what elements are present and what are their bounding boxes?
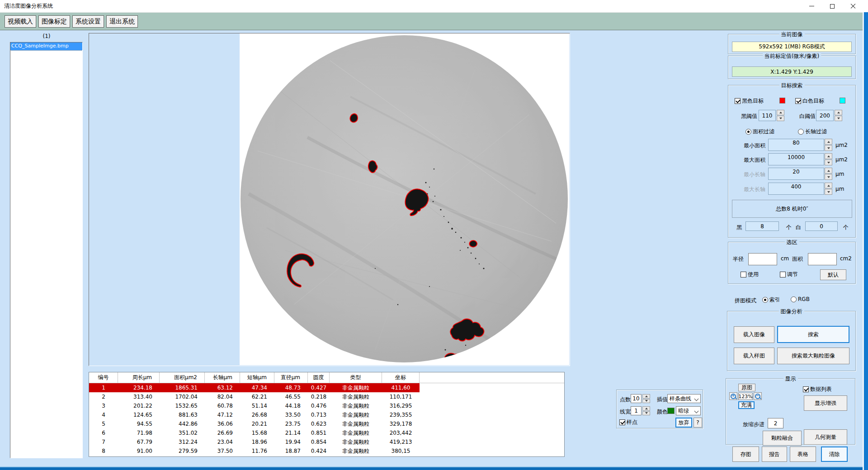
max-area-input[interactable]: 10000 [768,153,824,165]
mosaic-index-radio[interactable]: 索引 [762,296,780,304]
table-cell: 91.00 [118,446,160,456]
table-cell: 18.87 [274,446,308,456]
calibration-value-field: X:1.429 Y:1.429 [732,66,852,77]
min-axis-input[interactable]: 20 [768,168,824,180]
table-row[interactable]: 4124.65881.6347.1226.6833.500.713非金属颗粒23… [89,410,564,419]
table-cell: 非金属颗粒 [330,410,382,419]
zoom-out-icon[interactable]: − [754,392,762,400]
max-axis-input[interactable]: 400 [768,183,824,195]
line-width-input[interactable]: 1 [631,406,642,415]
table-cell: 0.623 [308,419,330,428]
title-bar: 清洁度图像分析系统 [0,0,868,12]
axis-filter-radio[interactable]: 长轴过滤 [798,128,827,136]
table-row[interactable]: 3201.221532.6560.7851.1444.180.476非金属颗粒3… [89,401,564,410]
particle-merge-button[interactable]: 颗粒融合 [763,431,802,446]
geometry-measure-button[interactable]: 几何测量 [804,429,847,445]
black-threshold-input[interactable]: 110 [759,110,776,121]
default-button[interactable]: 默认 [820,269,846,280]
min-area-label: 最小面积 [744,142,765,150]
table-header-cell: 面积μm2 [160,372,205,383]
use-checkbox[interactable]: 使用 [741,271,759,278]
table-cell: 48.73 [274,383,308,392]
sel-area-label: 面积 [792,255,803,263]
load-image-button[interactable]: 载入图像 [734,326,774,343]
zoom-percent-field: 123% [738,393,753,400]
max-area-spinner[interactable] [825,153,832,165]
area-filter-radio[interactable]: 面积过滤 [745,128,774,136]
curve-color-swatch[interactable] [667,408,675,414]
table-cell: 881.63 [160,410,205,419]
zoom-in-icon[interactable]: + [729,392,737,400]
table-row[interactable]: 1234.181865.3163.1247.3448.730.427非金属颗粒4… [89,383,420,392]
video-load-button[interactable]: 视频载入 [5,15,36,28]
table-cell: 0.713 [308,410,330,419]
table-row[interactable]: 767.79312.2423.0418.9619.940.854非金属颗粒419… [89,437,564,446]
max-axis-spinner[interactable] [825,183,832,195]
file-list-item[interactable]: CCQ_SampleImge.bmp [10,42,82,50]
table-row[interactable]: 2313.401702.0482.0462.2146.550.218非金属颗粒1… [89,392,564,401]
system-settings-button[interactable]: 系统设置 [72,15,104,28]
original-size-button[interactable]: 原图 [738,384,755,391]
min-axis-spinner[interactable] [825,168,832,180]
table-cell: 203,442 [382,428,420,437]
table-cell: 234.18 [118,383,160,392]
target-search-group: 目标搜索 黑色目标 白色目标 黑阈值 110 白阈值 200 面积过滤 长轴过滤… [728,85,856,238]
table-row[interactable]: 671.98351.0226.6915.6821.140.851非金属颗粒203… [89,428,564,437]
image-canvas[interactable] [240,33,569,365]
adjust-checkbox[interactable]: 调节 [780,271,798,278]
close-button[interactable] [843,0,863,12]
table-header-cell: 周长μm [118,372,160,383]
help-button[interactable]: ? [693,418,702,428]
table-cell: 411,60 [382,383,420,392]
min-area-spinner[interactable] [825,139,832,151]
radius-input[interactable] [748,253,777,265]
table-button[interactable]: 表格 [790,446,816,462]
search-button[interactable]: 搜索 [777,326,849,343]
save-image-button[interactable]: 存图 [732,446,759,462]
table-row[interactable]: 594.55442.8636.0620.2123.750.623非金属颗粒329… [89,419,564,428]
data-list-checkbox[interactable]: 数据列表 [803,385,832,393]
maximize-button[interactable] [822,0,843,12]
file-list[interactable]: CCQ_SampleImge.bmp [10,42,83,458]
table-cell: 0.427 [308,383,330,392]
report-button[interactable]: 报告 [762,446,787,462]
clear-button[interactable]: 清除 [821,446,848,462]
black-threshold-label: 黑阈值 [741,113,757,120]
file-count-label: (1) [10,33,83,39]
interp-dropdown[interactable]: 样条曲线 [667,394,701,403]
table-cell: 201.22 [118,401,160,410]
min-area-input[interactable]: 80 [768,139,824,151]
particle-4 [469,240,477,247]
black-target-checkbox[interactable]: 黑色目标 [735,97,764,105]
main-area: (1) CCQ_SampleImge.bmp [0,30,863,470]
target-search-group-label: 目标搜索 [779,82,805,89]
table-row[interactable]: 891.00279.5937.5011.7618.870.424非金属颗粒380… [89,446,564,456]
exit-system-button[interactable]: 退出系统 [106,15,138,28]
search-max-particle-button[interactable]: 搜索最大颗粒图像 [777,348,849,364]
white-count-unit: 个 [843,224,849,231]
mosaic-rgb-radio[interactable]: RGB [791,296,810,302]
table-cell: 239,355 [382,410,420,419]
white-threshold-input[interactable]: 200 [816,110,834,121]
display-enhance-button[interactable]: 显示增强 [804,395,847,411]
mosaic-mode-label: 拼图模式 [735,297,756,305]
discard-button[interactable]: 放弃 [675,418,692,428]
table-cell: 4 [89,410,118,419]
fit-button[interactable]: 充满 [738,401,755,409]
sample-points-checkbox[interactable]: 样点 [619,418,637,426]
points-spinner[interactable] [642,394,650,403]
sel-area-input[interactable] [808,253,837,265]
white-threshold-spinner[interactable] [835,110,842,121]
line-width-spinner[interactable] [642,406,650,415]
table-cell: 非金属颗粒 [330,446,382,456]
image-calibration-button[interactable]: 图像标定 [38,15,70,28]
zoom-step-input[interactable]: 2 [768,418,783,428]
black-threshold-spinner[interactable] [777,110,784,121]
white-target-checkbox[interactable]: 白色目标 [795,97,824,105]
color-dropdown[interactable]: 暗绿 [676,406,701,415]
load-sample-button[interactable]: 载入样图 [734,348,774,364]
minimize-button[interactable] [801,0,822,12]
table-cell: 20.21 [240,419,274,428]
table-cell: 1532.65 [160,401,205,410]
points-input[interactable]: 10 [631,394,642,403]
